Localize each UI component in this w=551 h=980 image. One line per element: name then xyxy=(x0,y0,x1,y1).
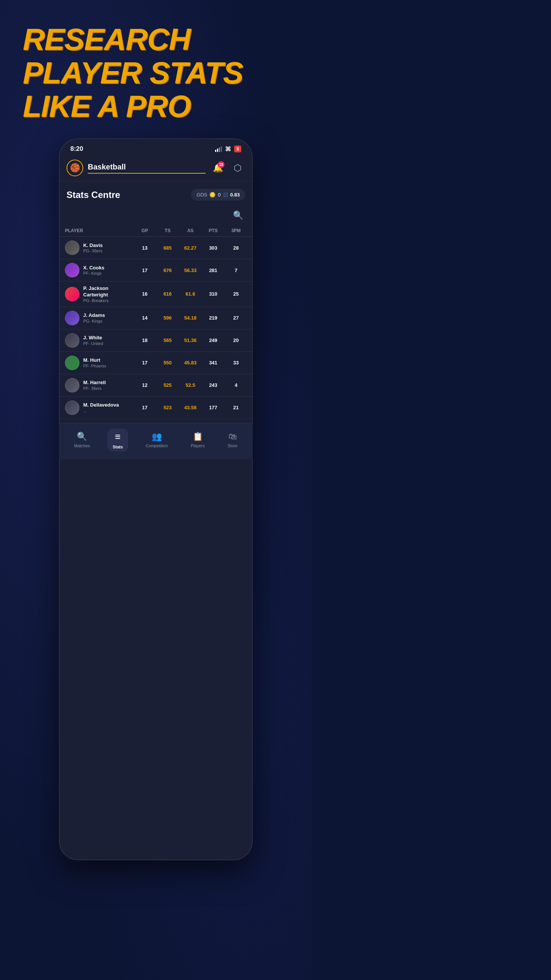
player-pos: PF- United xyxy=(83,341,104,346)
col-gp: GP xyxy=(134,228,156,233)
player-info: X. Cooks PF- Kings xyxy=(65,263,134,277)
gds-divider-icon: ⊟ xyxy=(223,191,228,198)
settings-button[interactable]: ⬡ xyxy=(230,161,245,175)
stat-as: 51.36 xyxy=(179,337,202,343)
gds-coin-icon: 🪙 xyxy=(209,192,215,197)
stat-pts: 177 xyxy=(202,405,225,410)
nav-item-store[interactable]: 🛍 Store xyxy=(222,430,243,450)
table-row[interactable]: M. Dellavedova ... 17 523 43.58 177 21 1… xyxy=(59,397,253,419)
nav-item-matches[interactable]: 🔍 Matches xyxy=(69,430,96,450)
player-pos: PF- Phoenix xyxy=(83,364,107,368)
col-3pm: 3PM xyxy=(225,228,247,233)
nav-item-players[interactable]: 📋 Players xyxy=(185,430,210,450)
stats-icon: ≡ xyxy=(115,431,121,443)
stat-ast: 93 xyxy=(247,245,253,251)
nav-item-competition[interactable]: 👥 Competition xyxy=(140,430,173,450)
player-pos: PF- 36ers xyxy=(83,386,106,391)
gds-label: GDS xyxy=(196,192,207,197)
player-rows-container: K. Davis PG- 36ers 13 685 62.27 303 28 9… xyxy=(59,237,253,419)
stat-ast: 34 xyxy=(247,337,253,343)
phone-frame: 8:20 ⌘ 8 🏀 Basketball xyxy=(59,138,253,860)
stat-as: 62.27 xyxy=(179,245,202,251)
stat-ts: 565 xyxy=(156,337,179,343)
stat-ts: 685 xyxy=(156,245,179,251)
table-row[interactable]: K. Davis PG- 36ers 13 685 62.27 303 28 9… xyxy=(59,237,253,259)
player-name: P. Jackson Cartwright xyxy=(83,285,134,298)
col-as: AS xyxy=(179,228,202,233)
player-pos: ... xyxy=(83,409,119,413)
stat-3pm: 20 xyxy=(225,337,247,343)
settings-icon: ⬡ xyxy=(234,163,242,173)
players-icon: 📋 xyxy=(193,432,203,442)
status-bar: 8:20 ⌘ 8 xyxy=(59,138,253,157)
sport-icon[interactable]: 🏀 xyxy=(67,160,83,176)
player-avatar xyxy=(65,378,80,393)
stat-ts: 525 xyxy=(156,382,179,388)
stat-gp: 12 xyxy=(134,382,156,388)
nav-label-stats: Stats xyxy=(113,445,123,449)
stats-centre-header: Stats Centre GDS 🪙 0 ⊟ 0.83 xyxy=(59,181,253,204)
stat-gp: 17 xyxy=(134,405,156,410)
col-player: PLAYER xyxy=(65,228,134,233)
competition-icon: 👥 xyxy=(151,432,162,442)
player-pos: PG- Breakers xyxy=(83,298,134,303)
app-header: 🏀 Basketball 🔔 18 ⬡ xyxy=(59,157,253,181)
nav-label-matches: Matches xyxy=(74,444,90,448)
battery-icon: 8 xyxy=(234,146,241,153)
stat-ts: 596 xyxy=(156,315,179,321)
stat-3pm: 27 xyxy=(225,315,247,321)
wifi-icon: ⌘ xyxy=(225,146,231,153)
nav-label-players: Players xyxy=(191,444,205,448)
nav-label-competition: Competition xyxy=(145,444,168,448)
stat-gp: 17 xyxy=(134,267,156,273)
player-avatar xyxy=(65,287,80,301)
player-info: J. Adams PG- Kings xyxy=(65,311,134,325)
stat-as: 52.5 xyxy=(179,382,202,388)
notification-badge: 18 xyxy=(218,161,225,168)
stat-ts: 616 xyxy=(156,291,179,297)
table-row[interactable]: J. Adams PG- Kings 14 596 54.18 219 27 8… xyxy=(59,307,253,329)
stat-as: 61.6 xyxy=(179,291,202,297)
stat-gp: 14 xyxy=(134,315,156,321)
player-info: M. Harrell PF- 36ers xyxy=(65,378,134,393)
table-row[interactable]: X. Cooks PF- Kings 17 676 56.33 281 7 66 xyxy=(59,259,253,282)
notification-button[interactable]: 🔔 18 xyxy=(210,161,225,175)
player-avatar xyxy=(65,263,80,277)
player-pos: PF- Kings xyxy=(83,271,105,275)
stat-pts: 303 xyxy=(202,245,225,251)
search-button[interactable]: 🔍 xyxy=(231,208,245,223)
stats-centre-title: Stats Centre xyxy=(67,189,120,200)
hero-section: RESEARCH PLAYER STATS LIKE A PRO xyxy=(0,0,312,135)
player-name: M. Harrell xyxy=(83,380,106,386)
stat-ts: 523 xyxy=(156,405,179,410)
stat-pts: 310 xyxy=(202,291,225,297)
status-time: 8:20 xyxy=(70,145,83,153)
player-name: M. Dellavedova xyxy=(83,402,119,409)
stat-3pm: 33 xyxy=(225,360,247,366)
stat-pts: 243 xyxy=(202,382,225,388)
stat-ast: 118 xyxy=(247,405,253,410)
table-row[interactable]: P. Jackson Cartwright PG- Breakers 16 61… xyxy=(59,282,253,307)
table-header: PLAYER GP TS AS PTS 3PM AST xyxy=(59,225,253,237)
stat-3pm: 4 xyxy=(225,382,247,388)
player-avatar xyxy=(65,401,80,415)
stat-gp: 16 xyxy=(134,291,156,297)
stat-ast: 24 xyxy=(247,382,253,388)
stat-3pm: 28 xyxy=(225,245,247,251)
stat-pts: 341 xyxy=(202,360,225,366)
player-avatar xyxy=(65,333,80,348)
nav-item-stats[interactable]: ≡ Stats xyxy=(108,429,129,452)
table-row[interactable]: M. Harrell PF- 36ers 12 525 52.5 243 4 2… xyxy=(59,374,253,397)
stat-ast: 106 xyxy=(247,291,253,297)
gds-value: 0 xyxy=(218,192,220,197)
nav-label-store: Store xyxy=(228,444,237,448)
stat-as: 45.83 xyxy=(179,360,202,366)
stat-3pm: 7 xyxy=(225,267,247,273)
stat-as: 43.58 xyxy=(179,405,202,410)
table-row[interactable]: M. Hurt PF- Phoenix 17 550 45.83 341 33 … xyxy=(59,352,253,374)
table-row[interactable]: J. White PF- United 18 565 51.36 249 20 … xyxy=(59,329,253,352)
stat-ts: 676 xyxy=(156,267,179,273)
store-icon: 🛍 xyxy=(228,432,237,442)
player-name: J. Adams xyxy=(83,312,105,319)
player-avatar xyxy=(65,356,80,370)
